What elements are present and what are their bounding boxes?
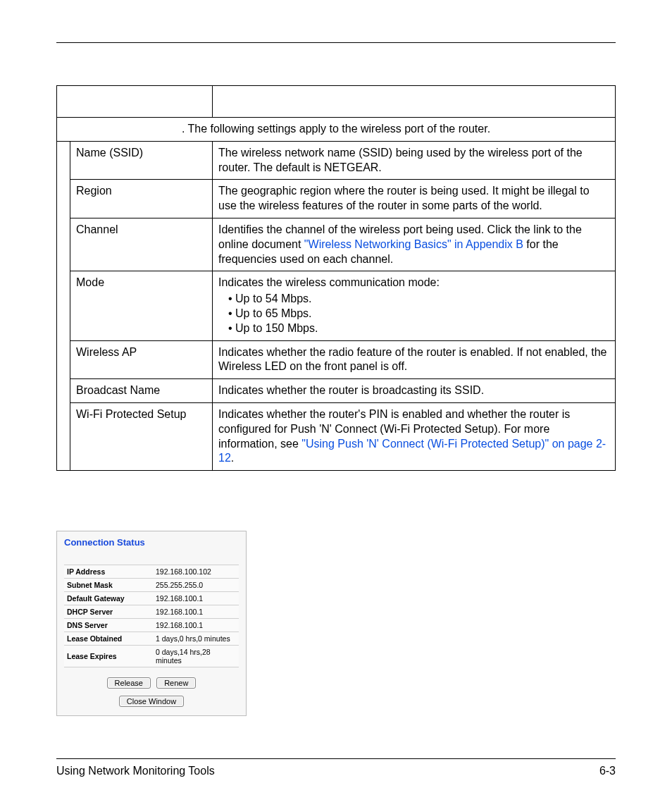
status-table: IP Address192.168.100.102 Subnet Mask255… [64, 565, 239, 667]
settings-table: . The following settings apply to the wi… [56, 85, 616, 471]
table-row: Broadcast Name Indicates whether the rou… [57, 379, 616, 403]
row-label: Wireless AP [70, 340, 213, 379]
row-desc: Indicates whether the router is broadcas… [213, 379, 616, 403]
status-row: IP Address192.168.100.102 [64, 565, 239, 579]
table-row: Wireless AP Indicates whether the radio … [57, 340, 616, 379]
row-label: Broadcast Name [70, 379, 213, 403]
table-row: Channel Identifies the channel of the wi… [57, 218, 616, 271]
table-row: Mode Indicates the wireless communicatio… [57, 271, 616, 340]
bullet-item: Up to 65 Mbps. [228, 307, 609, 321]
row-label: Wi-Fi Protected Setup [70, 402, 213, 470]
top-rule [56, 42, 616, 43]
connection-status-panel: Connection Status IP Address192.168.100.… [56, 531, 247, 716]
close-window-button[interactable]: Close Window [119, 696, 184, 707]
status-value: 0 days,14 hrs,28 minutes [153, 646, 239, 667]
row-label: Mode [70, 271, 213, 340]
status-row: Subnet Mask255.255.255.0 [64, 579, 239, 592]
row-desc: Indicates whether the radio feature of t… [213, 340, 616, 379]
row-label: Name (SSID) [70, 141, 213, 180]
status-label: Default Gateway [64, 592, 153, 605]
table-span-text: . The following settings apply to the wi… [57, 118, 616, 142]
status-value: 255.255.255.0 [153, 579, 239, 592]
footer-left: Using Network Monitoring Tools [56, 765, 215, 777]
table-stub [57, 141, 70, 470]
row-desc: The wireless network name (SSID) being u… [213, 141, 616, 180]
status-row: Lease Obtained1 days,0 hrs,0 minutes [64, 632, 239, 646]
row-label: Region [70, 180, 213, 218]
bullet-item: Up to 150 Mbps. [228, 321, 609, 336]
desc-text-post: . [231, 452, 234, 464]
status-value: 192.168.100.102 [153, 565, 239, 579]
renew-button[interactable]: Renew [156, 677, 196, 689]
status-row: Lease Expires0 days,14 hrs,28 minutes [64, 646, 239, 667]
panel-title: Connection Status [64, 537, 239, 548]
row-desc: Identifies the channel of the wireless p… [213, 218, 616, 271]
status-value: 1 days,0 hrs,0 minutes [153, 632, 239, 646]
row-label: Channel [70, 218, 213, 271]
row-desc: Indicates whether the router's PIN is en… [213, 402, 616, 470]
table-row: Name (SSID) The wireless network name (S… [57, 141, 616, 180]
status-label: Subnet Mask [64, 579, 153, 592]
table-span-row: . The following settings apply to the wi… [57, 118, 616, 142]
status-value: 192.168.100.1 [153, 619, 239, 632]
status-label: Lease Obtained [64, 632, 153, 646]
mode-bullets: Up to 54 Mbps. Up to 65 Mbps. Up to 150 … [218, 292, 609, 335]
desc-intro: Indicates the wireless communication mod… [218, 276, 440, 288]
release-button[interactable]: Release [107, 677, 151, 689]
table-row: Wi-Fi Protected Setup Indicates whether … [57, 402, 616, 470]
status-value: 192.168.100.1 [153, 592, 239, 605]
doc-link[interactable]: "Wireless Networking Basics" in Appendix… [304, 238, 523, 250]
table-row: Region The geographic region where the r… [57, 180, 616, 218]
status-label: IP Address [64, 565, 153, 579]
footer-right: 6-3 [599, 765, 616, 777]
status-row: Default Gateway192.168.100.1 [64, 592, 239, 605]
status-label: DNS Server [64, 619, 153, 632]
row-desc: The geographic region where the router i… [213, 180, 616, 218]
bottom-rule [56, 758, 616, 759]
table-header-row [57, 86, 616, 118]
bullet-item: Up to 54 Mbps. [228, 292, 609, 307]
status-value: 192.168.100.1 [153, 605, 239, 619]
status-row: DNS Server192.168.100.1 [64, 619, 239, 632]
status-label: DHCP Server [64, 605, 153, 619]
row-desc: Indicates the wireless communication mod… [213, 271, 616, 340]
status-label: Lease Expires [64, 646, 153, 667]
status-row: DHCP Server192.168.100.1 [64, 605, 239, 619]
